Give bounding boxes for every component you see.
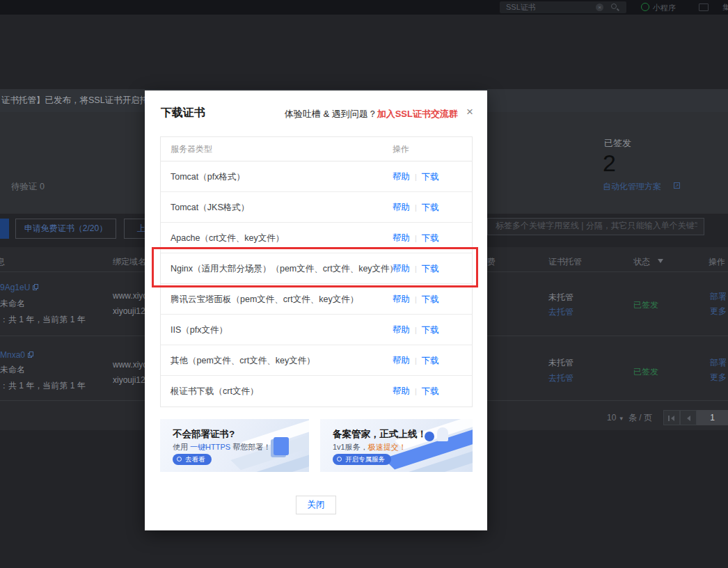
apply-free-cert-button[interactable]: 申请免费证书（2/20） [15,219,116,239]
status-badge: 已签发 [633,367,658,377]
server-type-row-iis: IIS（pfx文件） 帮助|下载 [161,315,472,345]
copy-icon[interactable] [28,352,33,358]
more-link[interactable]: 更多 [710,306,727,316]
deploy-link[interactable]: 部署 [710,358,727,368]
location-icon [337,457,342,462]
more-link[interactable]: 更多 [710,372,727,382]
col-info-partial: 息 [0,257,5,267]
download-link[interactable]: 下载 [422,192,439,223]
join-group-link[interactable]: 加入SSL证书交流群 [377,109,458,119]
cert-name: 未命名 [0,365,25,374]
download-link[interactable]: 下载 [422,253,439,284]
search-icon[interactable] [611,3,617,9]
download-link[interactable]: 下载 [422,161,439,192]
download-link[interactable]: 下载 [422,284,439,315]
cert-domain: xiyouji12 [113,375,145,385]
banner-decoration [274,437,289,455]
help-link[interactable]: 帮助 [393,161,410,192]
first-page-button[interactable] [663,410,680,425]
help-link[interactable]: 帮助 [393,223,410,253]
cert-validity: ：共 1 年，当前第 1 年 [0,315,86,324]
close-icon[interactable]: × [466,105,473,119]
per-page-select[interactable]: 10 ▼ [607,413,624,423]
banner-title: 不会部署证书? [173,428,235,441]
banner-title: 备案管家，正式上线！ [333,428,427,441]
filter-icon[interactable] [658,259,663,263]
keyword-search-box[interactable] [487,218,704,235]
cert-name: 未命名 [0,299,25,308]
server-type-row-tomcat-jks: Tomcat（JKS格式） 帮助|下载 [161,192,472,223]
deploy-link[interactable]: 部署 [710,292,727,301]
help-link[interactable]: 帮助 [393,376,410,407]
server-type-row-tomcat-pfx: Tomcat（pfx格式） 帮助|下载 [161,161,472,192]
hosting-link[interactable]: 去托管 [548,307,573,317]
table-header-row: 服务器类型 操作 [161,137,472,161]
automation-link[interactable]: 自动化管理方案 [603,182,661,191]
mini-program-icon[interactable] [641,3,649,11]
download-link[interactable]: 下载 [422,345,439,376]
open-service-button[interactable]: 开启专属服务 [333,454,391,465]
prev-page-button[interactable] [680,410,697,425]
hosting-state: 未托管 [548,292,573,302]
col-domain: 绑定域名 [113,257,146,267]
go-see-button[interactable]: 去看看 [173,454,212,465]
download-link[interactable]: 下载 [422,223,439,253]
deploy-helper-banner[interactable]: 不会部署证书? 使用 一键HTTPS 帮您部署！ 去看看 [160,419,309,472]
banner-desc: 使用 一键HTTPS 帮您部署！ [173,442,271,452]
col-fee-partial: 费 [487,257,496,267]
topbar-search-box[interactable]: × [500,1,626,13]
cert-id[interactable]: Mnxa0 [0,350,33,360]
cert-domain: www.xiyo [113,360,148,370]
banner-desc: 1v1服务，极速提交！ [333,442,406,452]
col-action: 操作 [709,257,725,267]
keyword-search-input[interactable] [496,221,697,230]
help-link[interactable]: 帮助 [393,192,410,223]
chevron-down-icon: ▼ [619,416,624,422]
clear-icon[interactable]: × [596,3,603,11]
banner-decoration [437,427,448,441]
help-link[interactable]: 帮助 [393,253,410,284]
topbar-search-input[interactable] [506,2,589,12]
screen: × 小程序 集 证书托管】已发布，将SSL证书开启托管即可 待验证 0 已签发 … [0,0,728,568]
cert-id[interactable]: 9Ag1eU [0,283,38,292]
issued-count: 2 [603,149,616,178]
server-type-row-nginx: Nginx（适用大部分场景）（pem文件、crt文件、key文件） 帮助|下载 [161,253,472,284]
pending-stat: 待验证 0 [11,182,45,192]
mini-program-label[interactable]: 小程序 [653,3,676,13]
apply-cert-button-partial[interactable] [0,219,9,239]
download-cert-modal: 下载证书 体验吐槽 & 遇到问题？加入SSL证书交流群 × 服务器类型 操作 T… [145,90,487,530]
server-type-row-root-cert: 根证书下载（crt文件） 帮助|下载 [161,376,472,407]
server-type-row-bt-panel: 腾讯云宝塔面板（pem文件、crt文件、key文件） 帮助|下载 [161,284,472,315]
help-link[interactable]: 帮助 [393,345,410,376]
server-type-row-other: 其他（pem文件、crt文件、key文件） 帮助|下载 [161,345,472,376]
cert-validity: ：共 1 年，当前第 1 年 [0,381,86,390]
download-link[interactable]: 下载 [422,376,439,407]
col-status: 状态 [633,257,650,267]
copy-icon[interactable] [33,284,38,290]
page-number-input[interactable]: 1 [697,410,728,425]
topbar-partial-text: 集 [722,3,728,12]
hosting-state: 未托管 [548,358,573,368]
help-link[interactable]: 帮助 [393,284,410,315]
help-link[interactable]: 帮助 [393,315,410,345]
icp-butler-banner[interactable]: 备案管家，正式上线！ 1v1服务，极速提交！ 开启专属服务 [320,419,473,472]
server-type-row-apache: Apache（crt文件、key文件） 帮助|下载 [161,223,472,253]
external-link-icon: ↗ [674,182,680,189]
server-type-table: 服务器类型 操作 Tomcat（pfx格式） 帮助|下载 Tomcat（JKS格… [160,136,473,407]
location-icon [177,457,182,462]
cert-domain: xiyouji12 [113,306,145,316]
close-button[interactable]: 关闭 [296,496,336,514]
hosting-link[interactable]: 去托管 [548,373,573,383]
per-page-unit: 条 / 页 [628,413,652,423]
download-link[interactable]: 下载 [422,315,439,345]
cert-domain: www.xiyo [113,291,148,301]
issued-label: 已签发 [604,138,631,149]
col-operation: 操作 [393,137,409,161]
top-nav-bar: × 小程序 集 [0,0,728,15]
status-badge: 已签发 [633,300,658,310]
modal-title: 下载证书 [161,106,205,120]
feedback-text: 体验吐槽 & 遇到问题？加入SSL证书交流群 [285,108,458,120]
col-server-type: 服务器类型 [161,144,212,154]
console-icon[interactable] [699,3,709,11]
col-hosting: 证书托管 [548,257,582,267]
